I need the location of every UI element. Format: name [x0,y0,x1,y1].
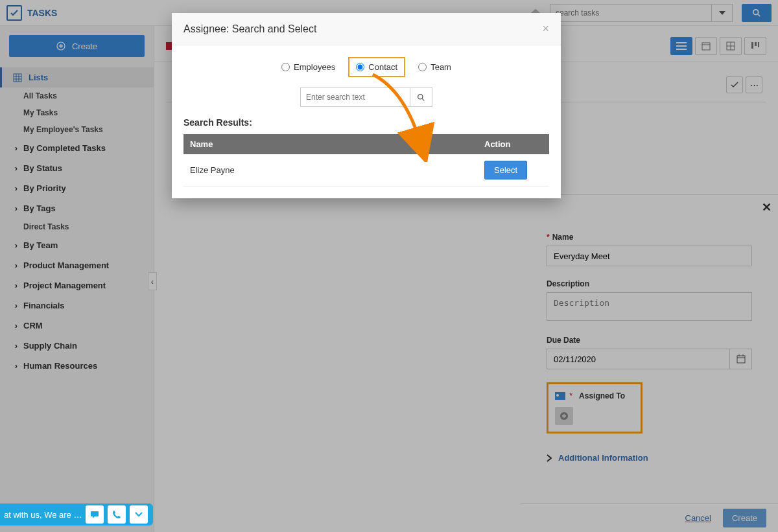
modal-search-input[interactable] [300,87,410,107]
modal-header: Assignee: Search and Select × [172,13,561,45]
modal-title: Assignee: Search and Select [183,23,316,35]
assignee-modal: Assignee: Search and Select × Employees … [172,13,561,198]
radio-team[interactable]: Team [418,62,451,72]
modal-close-button[interactable]: × [542,22,549,36]
svg-rect-26 [91,511,99,516]
svg-point-24 [418,94,423,98]
modal-search-row [183,87,549,107]
radio-team-input[interactable] [418,63,427,71]
search-results-label: Search Results: [183,117,549,128]
radio-employees-input[interactable] [281,63,290,71]
radio-contact-input[interactable] [356,63,364,71]
col-name: Name [183,134,478,154]
radio-label: Team [430,62,451,72]
modal-body: Employees Contact Team Search Results: N… [172,45,561,198]
modal-search-button[interactable] [410,87,432,107]
chat-widget[interactable]: at with us, We are … [0,503,153,526]
chat-message-icon[interactable] [86,505,104,524]
svg-line-25 [422,98,424,100]
table-row: Elize Payne Select [183,154,549,187]
radio-employees[interactable]: Employees [281,62,335,72]
results-table: Name Action Elize Payne Select [183,134,549,187]
radio-label: Contact [368,62,397,72]
cell-name: Elize Payne [183,154,478,187]
search-icon [417,93,425,102]
assignee-type-radios: Employees Contact Team [183,57,549,77]
radio-label: Employees [294,62,335,72]
radio-contact[interactable]: Contact [348,57,405,77]
select-button[interactable]: Select [484,161,527,179]
chat-collapse-icon[interactable] [130,505,148,524]
chat-text: at with us, We are … [4,510,82,520]
col-action: Action [478,134,549,154]
chat-phone-icon[interactable] [108,505,126,524]
